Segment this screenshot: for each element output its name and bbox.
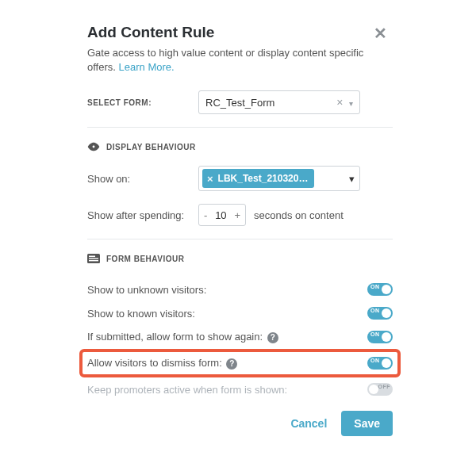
form-behaviour-row: If submitted, allow form to show again: … bbox=[87, 325, 393, 349]
form-row-label: Allow visitors to dismiss form: ? bbox=[87, 357, 237, 370]
select-form-dropdown[interactable]: RC_Test_Form × ▾ bbox=[198, 90, 360, 114]
chevron-down-icon[interactable]: ▾ bbox=[349, 99, 353, 108]
close-icon[interactable]: ✕ bbox=[374, 25, 387, 41]
eye-icon bbox=[87, 142, 100, 151]
show-after-spending-label: Show after spending: bbox=[87, 209, 198, 221]
decrement-button[interactable]: - bbox=[204, 210, 207, 220]
form-row-label: If submitted, allow form to show again: … bbox=[87, 331, 278, 343]
divider bbox=[87, 239, 393, 239]
svg-rect-3 bbox=[89, 259, 98, 259]
display-behaviour-header: DISPLAY BEHAVIOUR bbox=[87, 142, 393, 151]
select-form-value: RC_Test_Form bbox=[205, 97, 274, 109]
form-row-label: Show to unknown visitors: bbox=[87, 284, 206, 296]
toggle-knob bbox=[382, 308, 391, 318]
form-behaviour-row: Show to known visitors:ON bbox=[87, 301, 393, 325]
display-behaviour-title: DISPLAY BEHAVIOUR bbox=[106, 143, 196, 151]
divider bbox=[87, 127, 393, 128]
form-behaviour-header: FORM BEHAVIOUR bbox=[87, 254, 393, 263]
save-button[interactable]: Save bbox=[341, 411, 393, 436]
form-behaviour-row: Allow visitors to dismiss form: ?ON bbox=[87, 353, 393, 373]
select-form-label: SELECT FORM: bbox=[87, 98, 198, 107]
select-form-row: SELECT FORM: RC_Test_Form × ▾ bbox=[87, 90, 393, 114]
show-on-label: Show on: bbox=[87, 173, 198, 185]
help-icon[interactable]: ? bbox=[267, 332, 278, 343]
seconds-stepper[interactable]: - 10 + bbox=[198, 204, 246, 226]
toggle-switch: OFF bbox=[367, 383, 393, 396]
learn-more-link[interactable]: Learn More. bbox=[119, 61, 175, 73]
toggle-label: ON bbox=[370, 358, 380, 363]
toggle-switch[interactable]: ON bbox=[367, 307, 393, 320]
toggle-knob bbox=[382, 285, 391, 294]
form-behaviour-row: Show to unknown visitors:ON bbox=[87, 278, 393, 301]
modal-actions: Cancel Save bbox=[87, 411, 393, 436]
selected-tag-label: LBK_Test_210320… bbox=[218, 173, 309, 184]
form-behaviour-row: Keep promoters active when form is shown… bbox=[87, 377, 393, 401]
modal-title: Add Content Rule bbox=[87, 24, 393, 41]
form-behaviour-rows: Show to unknown visitors:ONShow to known… bbox=[87, 278, 393, 401]
toggle-label: ON bbox=[370, 284, 380, 289]
toggle-switch[interactable]: ON bbox=[367, 357, 393, 370]
increment-button[interactable]: + bbox=[234, 210, 240, 220]
show-on-row: Show on: × LBK_Test_210320… ▾ bbox=[87, 166, 393, 191]
clear-select-icon[interactable]: × bbox=[336, 96, 343, 109]
form-row-label: Keep promoters active when form is shown… bbox=[87, 384, 287, 396]
svg-rect-4 bbox=[89, 260, 98, 261]
chevron-down-icon[interactable]: ▾ bbox=[349, 173, 355, 185]
toggle-knob bbox=[369, 385, 378, 394]
remove-tag-icon[interactable]: × bbox=[207, 173, 213, 185]
help-icon[interactable]: ? bbox=[226, 358, 237, 370]
svg-point-0 bbox=[92, 145, 95, 148]
seconds-value: 10 bbox=[215, 209, 226, 221]
selected-tag: × LBK_Test_210320… bbox=[202, 169, 314, 188]
toggle-label: ON bbox=[370, 308, 380, 313]
add-content-rule-modal: ✕ Add Content Rule Gate access to high v… bbox=[0, 0, 476, 452]
seconds-suffix: seconds on content bbox=[254, 209, 344, 221]
highlighted-row: Allow visitors to dismiss form: ?ON bbox=[79, 349, 401, 377]
modal-description: Gate access to high value content or dis… bbox=[87, 46, 393, 75]
form-icon bbox=[87, 254, 100, 263]
toggle-knob bbox=[382, 332, 391, 342]
toggle-switch[interactable]: ON bbox=[367, 331, 393, 343]
toggle-knob bbox=[382, 358, 391, 368]
toggle-label: OFF bbox=[378, 384, 391, 389]
form-row-label: Show to known visitors: bbox=[87, 308, 195, 320]
show-on-dropdown[interactable]: × LBK_Test_210320… ▾ bbox=[198, 166, 360, 191]
svg-rect-2 bbox=[89, 256, 95, 258]
cancel-button[interactable]: Cancel bbox=[287, 412, 330, 435]
form-behaviour-title: FORM BEHAVIOUR bbox=[106, 255, 184, 263]
toggle-switch[interactable]: ON bbox=[367, 283, 393, 296]
toggle-label: ON bbox=[370, 331, 380, 337]
show-after-spending-row: Show after spending: - 10 + seconds on c… bbox=[87, 204, 393, 226]
